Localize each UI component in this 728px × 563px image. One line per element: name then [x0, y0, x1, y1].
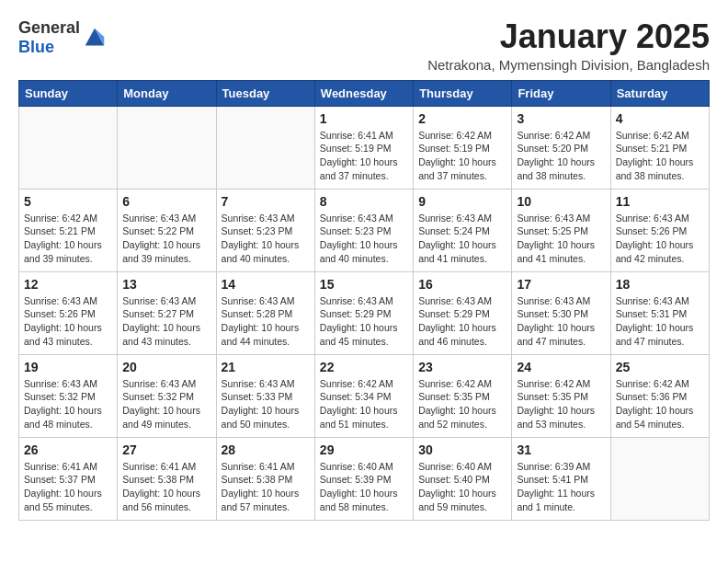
calendar-cell: 29Sunrise: 6:40 AM Sunset: 5:39 PM Dayli… [314, 437, 413, 520]
calendar-cell: 24Sunrise: 6:42 AM Sunset: 5:35 PM Dayli… [512, 354, 610, 437]
calendar-week-1: 1Sunrise: 6:41 AM Sunset: 5:19 PM Daylig… [19, 106, 710, 189]
day-number: 28 [222, 442, 310, 457]
day-info: Sunrise: 6:43 AM Sunset: 5:23 PM Dayligh… [320, 212, 408, 266]
calendar-cell: 6Sunrise: 6:43 AM Sunset: 5:22 PM Daylig… [118, 189, 216, 271]
header-thursday: Thursday [414, 80, 512, 106]
day-info: Sunrise: 6:42 AM Sunset: 5:21 PM Dayligh… [616, 129, 704, 183]
day-number: 24 [517, 360, 605, 374]
calendar-cell: 1Sunrise: 6:41 AM Sunset: 5:19 PM Daylig… [314, 106, 413, 189]
calendar-cell: 21Sunrise: 6:43 AM Sunset: 5:33 PM Dayli… [216, 354, 314, 437]
day-number: 3 [517, 111, 605, 126]
calendar-cell [19, 106, 118, 189]
day-number: 31 [517, 442, 605, 457]
day-info: Sunrise: 6:42 AM Sunset: 5:21 PM Dayligh… [24, 212, 112, 266]
day-info: Sunrise: 6:43 AM Sunset: 5:33 PM Dayligh… [222, 377, 310, 431]
day-number: 17 [517, 277, 605, 292]
day-info: Sunrise: 6:42 AM Sunset: 5:35 PM Dayligh… [418, 377, 506, 431]
day-info: Sunrise: 6:42 AM Sunset: 5:35 PM Dayligh… [517, 377, 605, 431]
day-number: 8 [320, 194, 408, 209]
calendar-cell [118, 106, 216, 189]
calendar-cell: 23Sunrise: 6:42 AM Sunset: 5:35 PM Dayli… [414, 354, 512, 437]
day-number: 7 [222, 194, 310, 209]
day-info: Sunrise: 6:43 AM Sunset: 5:27 PM Dayligh… [122, 294, 210, 349]
day-number: 10 [517, 194, 605, 209]
logo-general: General [18, 18, 80, 37]
day-number: 5 [24, 194, 112, 209]
calendar-cell: 31Sunrise: 6:39 AM Sunset: 5:41 PM Dayli… [512, 437, 610, 520]
day-info: Sunrise: 6:40 AM Sunset: 5:40 PM Dayligh… [418, 460, 506, 514]
day-info: Sunrise: 6:40 AM Sunset: 5:39 PM Dayligh… [320, 460, 408, 514]
day-number: 18 [616, 277, 704, 292]
day-number: 1 [320, 111, 408, 126]
calendar-week-5: 26Sunrise: 6:41 AM Sunset: 5:37 PM Dayli… [19, 437, 710, 520]
header: General Blue January 2025 Netrakona, Mym… [18, 18, 710, 73]
calendar-week-4: 19Sunrise: 6:43 AM Sunset: 5:32 PM Dayli… [19, 354, 710, 437]
day-info: Sunrise: 6:43 AM Sunset: 5:24 PM Dayligh… [418, 212, 506, 266]
day-number: 21 [222, 360, 310, 374]
day-info: Sunrise: 6:42 AM Sunset: 5:20 PM Dayligh… [517, 129, 605, 183]
day-number: 26 [24, 442, 112, 457]
calendar-cell: 9Sunrise: 6:43 AM Sunset: 5:24 PM Daylig… [414, 189, 512, 271]
day-info: Sunrise: 6:39 AM Sunset: 5:41 PM Dayligh… [517, 460, 605, 514]
day-number: 22 [320, 360, 408, 374]
calendar-cell: 18Sunrise: 6:43 AM Sunset: 5:31 PM Dayli… [610, 271, 709, 354]
calendar-cell: 12Sunrise: 6:43 AM Sunset: 5:26 PM Dayli… [19, 271, 118, 354]
calendar-cell: 17Sunrise: 6:43 AM Sunset: 5:30 PM Dayli… [512, 271, 610, 354]
logo-text: General Blue [18, 18, 80, 57]
day-number: 23 [418, 360, 506, 374]
calendar-cell: 28Sunrise: 6:41 AM Sunset: 5:38 PM Dayli… [216, 437, 314, 520]
day-number: 2 [418, 111, 506, 126]
calendar-cell: 13Sunrise: 6:43 AM Sunset: 5:27 PM Dayli… [118, 271, 216, 354]
day-info: Sunrise: 6:41 AM Sunset: 5:38 PM Dayligh… [222, 460, 310, 514]
title-block: January 2025 Netrakona, Mymensingh Divis… [427, 18, 710, 73]
day-info: Sunrise: 6:43 AM Sunset: 5:23 PM Dayligh… [222, 212, 310, 266]
calendar-cell: 26Sunrise: 6:41 AM Sunset: 5:37 PM Dayli… [19, 437, 118, 520]
day-info: Sunrise: 6:43 AM Sunset: 5:25 PM Dayligh… [517, 212, 605, 266]
calendar-cell: 7Sunrise: 6:43 AM Sunset: 5:23 PM Daylig… [216, 189, 314, 271]
header-friday: Friday [512, 80, 610, 106]
header-monday: Monday [118, 80, 216, 106]
day-info: Sunrise: 6:43 AM Sunset: 5:28 PM Dayligh… [222, 294, 310, 349]
day-info: Sunrise: 6:42 AM Sunset: 5:36 PM Dayligh… [616, 377, 704, 431]
calendar-cell: 27Sunrise: 6:41 AM Sunset: 5:38 PM Dayli… [118, 437, 216, 520]
day-info: Sunrise: 6:41 AM Sunset: 5:19 PM Dayligh… [320, 129, 408, 183]
day-number: 13 [122, 277, 210, 292]
day-info: Sunrise: 6:42 AM Sunset: 5:19 PM Dayligh… [418, 129, 506, 183]
calendar-cell: 16Sunrise: 6:43 AM Sunset: 5:29 PM Dayli… [414, 271, 512, 354]
calendar-cell: 5Sunrise: 6:42 AM Sunset: 5:21 PM Daylig… [19, 189, 118, 271]
calendar-cell: 15Sunrise: 6:43 AM Sunset: 5:29 PM Dayli… [314, 271, 413, 354]
logo-blue: Blue [18, 38, 54, 56]
day-number: 9 [418, 194, 506, 209]
day-number: 12 [24, 277, 112, 292]
calendar-cell: 11Sunrise: 6:43 AM Sunset: 5:26 PM Dayli… [610, 189, 709, 271]
day-info: Sunrise: 6:41 AM Sunset: 5:38 PM Dayligh… [122, 460, 210, 514]
days-header-row: Sunday Monday Tuesday Wednesday Thursday… [19, 80, 710, 106]
header-wednesday: Wednesday [314, 80, 413, 106]
day-info: Sunrise: 6:41 AM Sunset: 5:37 PM Dayligh… [24, 460, 112, 514]
day-number: 16 [418, 277, 506, 292]
location-subtitle: Netrakona, Mymensingh Division, Banglade… [427, 57, 710, 73]
day-info: Sunrise: 6:42 AM Sunset: 5:34 PM Dayligh… [320, 377, 408, 431]
day-info: Sunrise: 6:43 AM Sunset: 5:29 PM Dayligh… [320, 294, 408, 349]
calendar-table: Sunday Monday Tuesday Wednesday Thursday… [18, 80, 710, 521]
day-info: Sunrise: 6:43 AM Sunset: 5:26 PM Dayligh… [24, 294, 112, 349]
day-number: 19 [24, 360, 112, 374]
day-info: Sunrise: 6:43 AM Sunset: 5:32 PM Dayligh… [24, 377, 112, 431]
month-title: January 2025 [427, 18, 710, 55]
calendar-cell [610, 437, 709, 520]
day-info: Sunrise: 6:43 AM Sunset: 5:22 PM Dayligh… [122, 212, 210, 266]
calendar-cell: 22Sunrise: 6:42 AM Sunset: 5:34 PM Dayli… [314, 354, 413, 437]
calendar-cell: 25Sunrise: 6:42 AM Sunset: 5:36 PM Dayli… [610, 354, 709, 437]
day-number: 25 [616, 360, 704, 374]
calendar-cell: 30Sunrise: 6:40 AM Sunset: 5:40 PM Dayli… [414, 437, 512, 520]
calendar-cell [216, 106, 314, 189]
header-sunday: Sunday [19, 80, 118, 106]
calendar-cell: 2Sunrise: 6:42 AM Sunset: 5:19 PM Daylig… [414, 106, 512, 189]
header-saturday: Saturday [610, 80, 709, 106]
day-number: 6 [122, 194, 210, 209]
calendar-week-3: 12Sunrise: 6:43 AM Sunset: 5:26 PM Dayli… [19, 271, 710, 354]
calendar-cell: 20Sunrise: 6:43 AM Sunset: 5:32 PM Dayli… [118, 354, 216, 437]
logo-icon [82, 25, 108, 51]
day-number: 27 [122, 442, 210, 457]
day-info: Sunrise: 6:43 AM Sunset: 5:31 PM Dayligh… [616, 294, 704, 349]
